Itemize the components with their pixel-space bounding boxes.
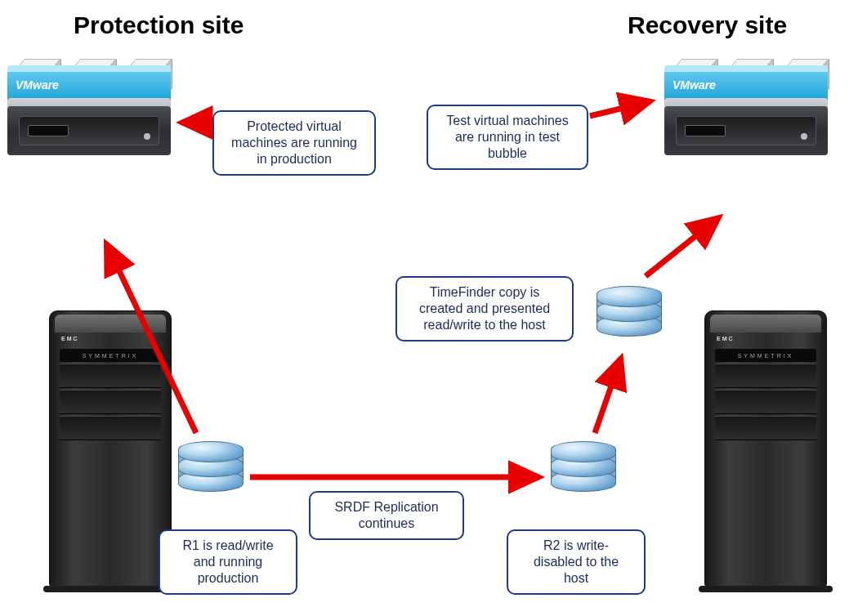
r1-disk-icon bbox=[178, 441, 244, 523]
symmetrix-label: SYMMETRIX bbox=[715, 349, 816, 362]
arrow-test-to-host bbox=[590, 101, 650, 116]
vmware-label: VMware bbox=[673, 78, 716, 92]
recovery-vmware-host: VM VM VM VM VM VM VMware bbox=[660, 65, 832, 155]
callout-timefinder: TimeFinder copy is created and presented… bbox=[395, 276, 574, 341]
arrow-timefinder-to-host bbox=[646, 217, 719, 276]
callout-test-vm: Test virtual machines are running in tes… bbox=[427, 105, 588, 170]
vmware-label: VMware bbox=[16, 78, 59, 92]
emc-badge: EMC bbox=[61, 336, 79, 341]
protection-storage-rack: EMC SYMMETRIX bbox=[49, 310, 172, 588]
callout-r1: R1 is read/write and running production bbox=[159, 529, 297, 595]
server-icon bbox=[7, 98, 171, 155]
server-icon bbox=[664, 98, 828, 155]
symmetrix-label: SYMMETRIX bbox=[60, 349, 161, 362]
timefinder-disk-icon bbox=[597, 286, 662, 368]
recovery-site-title: Recovery site bbox=[628, 11, 787, 39]
callout-srdf: SRDF Replication continues bbox=[309, 491, 464, 540]
protection-vmware-host: VM VM VM VM VM VM VMware bbox=[3, 65, 175, 155]
protection-site-title: Protection site bbox=[74, 11, 244, 39]
arrow-r2-to-timefinder bbox=[595, 358, 621, 433]
emc-badge: EMC bbox=[717, 336, 735, 341]
callout-protected-vm: Protected virtual machines are running i… bbox=[212, 110, 376, 176]
recovery-storage-rack: EMC SYMMETRIX bbox=[704, 310, 827, 588]
callout-r2: R2 is write-disabled to the host bbox=[507, 529, 646, 595]
r2-disk-icon bbox=[551, 441, 616, 523]
